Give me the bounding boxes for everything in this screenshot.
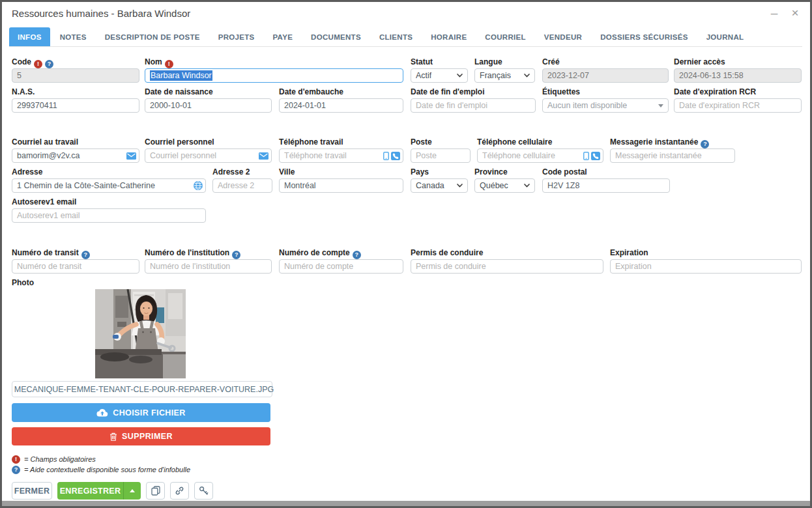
field-label: Nom bbox=[145, 57, 162, 66]
statut-select[interactable]: Actif bbox=[411, 68, 468, 83]
phone-icon[interactable] bbox=[591, 152, 600, 160]
field-label: Téléphone cellulaire bbox=[477, 138, 603, 147]
mobile-icon[interactable] bbox=[583, 152, 589, 160]
field-nom: Nom! Barbara Windsor bbox=[145, 58, 403, 83]
help-icon: ? bbox=[12, 466, 20, 474]
numero-transit-input[interactable] bbox=[12, 259, 139, 274]
tab-description-de-poste[interactable]: DESCRIPTION DE POSTE bbox=[96, 27, 209, 46]
field-label: Statut bbox=[411, 58, 468, 66]
phone-icon[interactable] bbox=[391, 152, 400, 160]
photo-filename: MECANIQUE-FEMME-TENANT-CLE-POUR-REPARER-… bbox=[14, 385, 274, 394]
code-postal-input[interactable] bbox=[542, 178, 670, 193]
tab-journal[interactable]: JOURNAL bbox=[698, 27, 753, 46]
nas-input[interactable] bbox=[12, 98, 139, 113]
field-date-fin-emploi: Date de fin d'emploi bbox=[411, 88, 536, 113]
permis-conduire-input[interactable] bbox=[411, 259, 603, 274]
messagerie-input[interactable] bbox=[610, 148, 735, 163]
tab-vendeur[interactable]: VENDEUR bbox=[536, 27, 590, 46]
field-label: Date d'expiration RCR bbox=[674, 88, 802, 96]
field-label: Date d'embauche bbox=[279, 88, 403, 96]
help-icon[interactable]: ? bbox=[81, 251, 90, 259]
tab-projets[interactable]: PROJETS bbox=[210, 27, 263, 46]
chevron-down-icon bbox=[524, 74, 530, 78]
numero-institution-input[interactable] bbox=[145, 259, 272, 274]
field-etiquettes: Étiquettes Aucun item disponible bbox=[542, 88, 669, 113]
help-icon[interactable]: ? bbox=[701, 140, 709, 148]
chevron-down-icon bbox=[524, 184, 530, 188]
tab-paye[interactable]: PAYE bbox=[265, 27, 302, 46]
save-options-button[interactable] bbox=[123, 482, 141, 500]
field-langue: Langue Français bbox=[474, 58, 535, 83]
field-code: Code!? bbox=[12, 58, 139, 83]
field-nas: N.A.S. bbox=[12, 88, 139, 113]
required-icon: ! bbox=[165, 60, 173, 68]
autoserev1-email-input[interactable] bbox=[12, 208, 206, 223]
field-label: Courriel au travail bbox=[12, 138, 139, 147]
field-courriel-personnel: Courriel personnel bbox=[145, 138, 272, 163]
field-label: N.A.S. bbox=[12, 88, 139, 96]
tab-clients[interactable]: CLIENTS bbox=[371, 27, 421, 46]
province-select[interactable]: Québec bbox=[474, 178, 535, 193]
field-telephone-cellulaire: Téléphone cellulaire bbox=[477, 138, 603, 163]
chevron-down-icon bbox=[457, 184, 463, 188]
legend-text: = Aide contextuelle disponible sous form… bbox=[24, 466, 190, 473]
ville-input[interactable] bbox=[279, 178, 403, 193]
envelope-icon[interactable] bbox=[126, 152, 136, 160]
adresse-input[interactable] bbox=[12, 178, 206, 193]
date-embauche-input[interactable] bbox=[279, 98, 403, 113]
field-numero-institution: Numéro de l'institution? bbox=[145, 249, 272, 274]
tab-courriel[interactable]: COURRIEL bbox=[476, 27, 534, 46]
expiration-input[interactable] bbox=[610, 259, 802, 274]
tab-horaire[interactable]: HORAIRE bbox=[422, 27, 475, 46]
courriel-personnel-input[interactable] bbox=[145, 148, 272, 163]
date-fin-emploi-input[interactable] bbox=[411, 98, 536, 113]
link-icon bbox=[175, 486, 184, 496]
envelope-icon[interactable] bbox=[259, 152, 268, 160]
link-button[interactable] bbox=[170, 482, 189, 500]
title-bar: Ressources humaines - Barbara Windsor – … bbox=[2, 2, 810, 27]
adresse2-input[interactable] bbox=[212, 178, 272, 193]
tab-documents[interactable]: DOCUMENTS bbox=[302, 27, 370, 46]
choose-file-button[interactable]: CHOISIR FICHIER bbox=[12, 403, 270, 422]
required-icon: ! bbox=[12, 455, 20, 464]
pays-select[interactable]: Canada bbox=[411, 178, 468, 193]
field-expiration: Expiration bbox=[610, 249, 802, 274]
field-label: Code postal bbox=[542, 168, 670, 176]
field-label: Photo bbox=[12, 279, 34, 287]
field-adresse2: Adresse 2 bbox=[212, 168, 272, 193]
help-icon[interactable]: ? bbox=[45, 60, 53, 68]
help-icon[interactable]: ? bbox=[232, 251, 240, 259]
tab-dossiers-securises[interactable]: DOSSIERS SÉCURISÉS bbox=[592, 27, 697, 46]
close-button[interactable]: FERMER bbox=[12, 482, 52, 500]
date-naissance-input[interactable] bbox=[145, 98, 272, 113]
code-input bbox=[12, 68, 139, 83]
key-button[interactable] bbox=[194, 482, 213, 500]
close-icon[interactable]: × bbox=[788, 6, 802, 20]
courriel-travail-input[interactable] bbox=[12, 148, 139, 163]
minimize-icon[interactable]: – bbox=[767, 6, 781, 20]
field-pays: Pays Canada bbox=[411, 168, 468, 193]
field-date-naissance: Date de naissance bbox=[145, 88, 272, 113]
langue-select[interactable]: Français bbox=[474, 68, 535, 83]
etiquettes-select[interactable]: Aucun item disponible bbox=[542, 98, 669, 113]
tab-notes[interactable]: NOTES bbox=[51, 27, 95, 46]
photo-filename-button[interactable]: MECANIQUE-FEMME-TENANT-CLE-POUR-REPARER-… bbox=[12, 381, 272, 397]
field-courriel-travail: Courriel au travail bbox=[12, 138, 139, 163]
duplicate-button[interactable] bbox=[146, 482, 165, 500]
field-province: Province Québec bbox=[474, 168, 535, 193]
globe-icon[interactable] bbox=[194, 181, 203, 190]
field-label: Téléphone travail bbox=[279, 138, 403, 147]
field-label: Permis de conduire bbox=[411, 249, 603, 257]
field-ville: Ville bbox=[279, 168, 403, 193]
tab-infos[interactable]: INFOS bbox=[9, 27, 50, 46]
poste-input[interactable] bbox=[411, 148, 471, 163]
field-numero-transit: Numéro de transit? bbox=[12, 249, 139, 274]
date-expiration-rcr-input[interactable] bbox=[674, 98, 802, 113]
mobile-icon[interactable] bbox=[383, 152, 389, 160]
help-icon[interactable]: ? bbox=[353, 251, 361, 259]
window-controls: – × bbox=[767, 6, 802, 20]
numero-compte-input[interactable] bbox=[279, 259, 403, 274]
save-button[interactable]: ENREGISTRER bbox=[57, 482, 123, 500]
nom-input[interactable]: Barbara Windsor bbox=[145, 68, 403, 83]
delete-photo-button[interactable]: SUPPRIMER bbox=[12, 427, 270, 445]
